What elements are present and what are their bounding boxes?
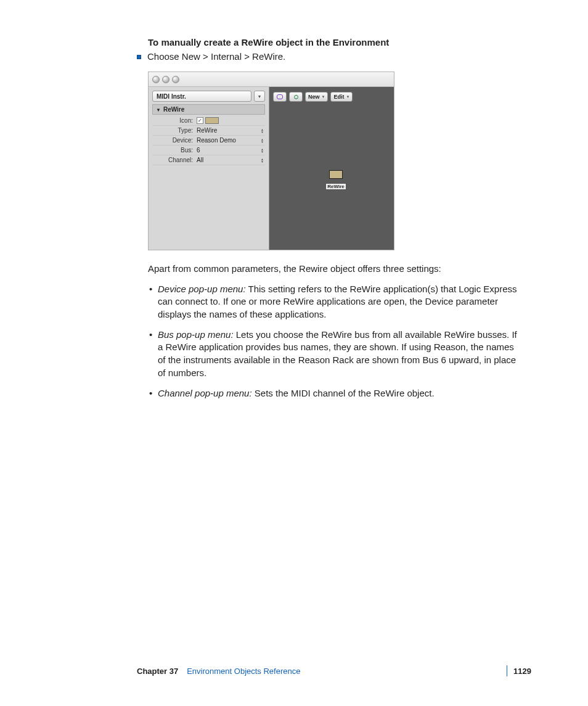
inspector-row-channel: Channel: All▲▼ bbox=[152, 155, 265, 165]
row-label: Type: bbox=[152, 127, 195, 134]
screenshot-figure: MIDI Instr. ▼ ▼ReWire Icon: ✓ Ty bbox=[148, 72, 394, 250]
list-item-term: Bus pop-up menu: bbox=[158, 329, 234, 340]
stepper-icon[interactable]: ▲▼ bbox=[261, 158, 264, 163]
window-zoom-icon[interactable] bbox=[172, 76, 179, 83]
rewire-object-icon bbox=[329, 170, 343, 179]
window-close-icon[interactable] bbox=[152, 76, 160, 83]
inspector-panel: MIDI Instr. ▼ ▼ReWire Icon: ✓ Ty bbox=[149, 87, 269, 250]
chevron-down-icon: ▼ bbox=[346, 95, 349, 99]
inspector-row-device: Device: Reason Demo▲▼ bbox=[152, 136, 265, 146]
bus-value[interactable]: 6 bbox=[197, 147, 200, 154]
window-minimize-icon[interactable] bbox=[162, 76, 169, 83]
settings-list: Device pop-up menu: This setting refers … bbox=[148, 283, 524, 400]
inspector-section-title: ReWire bbox=[163, 106, 184, 113]
inspector-select[interactable]: MIDI Instr. bbox=[152, 91, 251, 102]
new-label: New bbox=[308, 94, 320, 100]
edit-label: Edit bbox=[333, 94, 344, 100]
list-item-term: Device pop-up menu: bbox=[158, 284, 246, 294]
list-item-term: Channel pop-up menu: bbox=[158, 388, 252, 398]
edit-menu-button[interactable]: Edit▼ bbox=[330, 92, 353, 102]
link-icon bbox=[277, 94, 283, 99]
link-button[interactable] bbox=[273, 92, 287, 102]
stepper-icon[interactable]: ▲▼ bbox=[261, 138, 264, 143]
intro-paragraph: Apart from common parameters, the Rewire… bbox=[148, 263, 524, 276]
rewire-object-label: ReWire bbox=[325, 183, 346, 190]
rewire-object[interactable]: ReWire bbox=[325, 170, 347, 190]
device-value[interactable]: Reason Demo bbox=[197, 137, 236, 144]
row-label: Channel: bbox=[152, 157, 195, 163]
row-label: Bus: bbox=[152, 147, 195, 154]
icon-enable-checkbox[interactable]: ✓ bbox=[197, 117, 203, 124]
step-text: Choose New > Internal > ReWire. bbox=[147, 51, 285, 62]
chapter-title: Environment Objects Reference bbox=[187, 667, 300, 676]
inspector-row-bus: Bus: 6▲▼ bbox=[152, 146, 265, 155]
inspector-row-type: Type: ReWire▲▼ bbox=[152, 126, 265, 136]
disclosure-triangle-icon[interactable]: ▼ bbox=[156, 107, 161, 113]
stepper-icon[interactable]: ▲▼ bbox=[261, 148, 264, 153]
list-item: Channel pop-up menu: Sets the MIDI chann… bbox=[148, 387, 524, 400]
inspector-dropdown-button[interactable]: ▼ bbox=[254, 91, 265, 102]
footer-divider bbox=[507, 665, 507, 676]
new-menu-button[interactable]: New▼ bbox=[305, 92, 328, 102]
chapter-label: Chapter 37 bbox=[137, 667, 178, 676]
window-titlebar bbox=[149, 72, 394, 87]
inspector-section-header[interactable]: ▼ReWire bbox=[152, 104, 265, 115]
midi-out-icon: ⬡ bbox=[294, 94, 298, 100]
page-footer: Chapter 37 Environment Objects Reference… bbox=[137, 665, 531, 676]
inspector-row-icon: Icon: ✓ bbox=[152, 116, 265, 126]
list-item: Device pop-up menu: This setting refers … bbox=[148, 283, 524, 321]
step-bullet-icon bbox=[137, 55, 141, 59]
list-item-body: Sets the MIDI channel of the ReWire obje… bbox=[255, 388, 435, 398]
step-row: Choose New > Internal > ReWire. bbox=[137, 51, 524, 62]
type-value[interactable]: ReWire bbox=[197, 127, 217, 134]
environment-canvas[interactable]: ⬡ New▼ Edit▼ ReWire bbox=[269, 87, 394, 250]
section-heading: To manually create a ReWire object in th… bbox=[148, 37, 524, 47]
canvas-toolbar: ⬡ New▼ Edit▼ bbox=[273, 91, 390, 103]
row-label: Device: bbox=[152, 137, 195, 144]
midi-out-button[interactable]: ⬡ bbox=[289, 92, 303, 102]
stepper-icon[interactable]: ▲▼ bbox=[261, 128, 264, 133]
channel-value[interactable]: All bbox=[197, 157, 203, 163]
row-label: Icon: bbox=[152, 117, 195, 124]
instrument-icon[interactable] bbox=[205, 117, 219, 124]
list-item: Bus pop-up menu: Lets you choose the ReW… bbox=[148, 329, 524, 380]
chevron-down-icon: ▼ bbox=[322, 95, 325, 99]
page-number: 1129 bbox=[513, 667, 531, 676]
